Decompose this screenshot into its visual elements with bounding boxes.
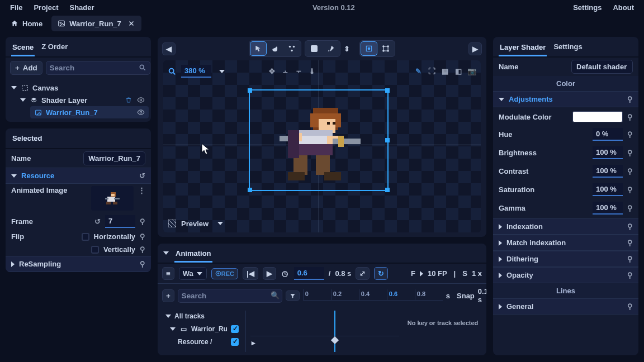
modulate-swatch[interactable] [572,111,623,122]
general-section[interactable]: General [506,302,533,311]
saturation-value[interactable]: 100 % [593,183,623,196]
checker-icon[interactable]: ◧ [454,67,463,76]
trash-icon[interactable] [124,96,133,104]
close-icon[interactable] [127,19,136,28]
tree-sprite[interactable]: Warrior_Run_7 [30,106,149,118]
time-current[interactable]: 0.6 [294,267,324,280]
menu-about[interactable]: About [607,1,640,14]
nav-next-button[interactable]: ▶ [468,42,482,55]
zorder-tab[interactable]: Z Order [40,40,69,53]
name-value[interactable]: Warrior_Run_7 [83,151,145,165]
key-icon[interactable]: ⚲ [140,217,145,226]
select-tool[interactable] [250,42,266,55]
flip-h-checkbox[interactable] [82,233,89,241]
eye-icon[interactable] [136,96,145,104]
chevron-right-icon[interactable] [420,271,423,277]
brush-tool[interactable] [323,42,339,55]
key-icon[interactable]: ⚲ [627,271,633,279]
camera-icon[interactable]: 📷 [467,67,476,76]
pan-tool[interactable] [267,42,283,55]
hue-value[interactable]: 0 % [593,128,623,141]
key-icon[interactable]: ⚲ [140,260,145,268]
add-button[interactable]: +Add [10,61,42,75]
chevron-right-icon[interactable] [499,304,502,309]
loop-button[interactable]: ↻ [374,267,388,280]
contrast-value[interactable]: 100 % [593,165,623,178]
menu-file[interactable]: File [4,1,28,14]
nav-prev-button[interactable]: ◀ [162,42,176,55]
track-2-toggle[interactable] [231,338,239,346]
resource-thumbnail[interactable] [91,186,134,211]
clip-select[interactable]: Wa [179,267,207,280]
track-filter-button[interactable] [286,290,300,301]
snap-value[interactable]: 0.1 s [478,287,486,304]
track-search-input[interactable] [178,289,282,303]
key-icon[interactable]: ⚲ [140,232,145,241]
viewport[interactable]: 380 % ✥ ⫠ ⫟ 🌡 ✎ ⛶ ▦ ◧ 📷 [163,60,481,232]
scale-value[interactable]: 1 x [472,269,482,278]
nodes-tool[interactable] [284,42,300,55]
key-icon[interactable]: ⚲ [140,245,145,254]
stop-tool[interactable] [306,42,322,55]
tab-home[interactable]: Home [4,16,48,31]
zoom-icon[interactable] [168,67,177,76]
key-icon[interactable]: ⚲ [627,185,633,194]
scene-tab[interactable]: Scene [11,41,35,56]
resampling-section[interactable]: ReSampling [19,260,61,268]
crop-icon[interactable]: ⛶ [427,67,436,76]
chevron-down-icon[interactable] [219,70,225,73]
chevron-right-icon[interactable] [499,224,502,230]
expand-button[interactable]: ⤢ [356,267,370,280]
align-top-icon[interactable]: ⫟ [294,67,303,76]
menu-project[interactable]: Project [28,1,64,14]
grid-icon[interactable]: ▦ [441,67,449,76]
eye-icon[interactable] [136,108,145,117]
key-icon[interactable]: ⚲ [627,302,633,311]
fps-value[interactable]: 10 FP [428,269,447,278]
record-button[interactable]: ⦿REC [211,268,238,279]
reset-icon[interactable]: ↺ [139,172,145,180]
key-icon[interactable]: ⚲ [627,167,633,175]
center-icon[interactable]: ✥ [267,67,276,76]
align-left-icon[interactable]: ⫠ [281,67,290,76]
scene-search-input[interactable] [46,61,150,75]
frame-value[interactable]: 7 [105,215,135,228]
play-button[interactable]: ▶ [263,267,276,280]
misc-tool-1[interactable]: ⇕ [344,45,356,53]
chevron-right-icon[interactable] [499,240,502,246]
chevron-down-icon[interactable] [11,174,17,178]
chevron-right-icon[interactable] [11,261,15,267]
reset-icon[interactable]: ↺ [94,217,101,226]
dithering-section[interactable]: Dithering [506,255,538,263]
menu-shader[interactable]: Shader [64,1,100,14]
key-icon[interactable]: ⚲ [627,222,633,231]
track-all[interactable]: All tracks [162,311,242,322]
track-1-toggle[interactable] [231,325,239,333]
magic-icon[interactable]: ✎ [414,67,423,76]
bounds-tool[interactable] [361,42,377,55]
thermometer-icon[interactable]: 🌡 [307,67,316,76]
shader-settings-tab[interactable]: Settings [552,40,583,53]
transform-tool[interactable] [378,42,394,55]
key-icon[interactable]: ⚲ [627,255,633,263]
key-icon[interactable]: ⚲ [627,149,633,157]
shader-name-value[interactable]: Default shader [571,60,633,74]
anim-menu-button[interactable]: ≡ [162,267,174,280]
key-icon[interactable]: ⚲ [627,113,633,121]
key-icon[interactable]: ⚲ [627,95,633,103]
track-1[interactable]: ▭Warrior_Ru [162,323,242,335]
chevron-down-icon[interactable] [499,98,504,101]
key-icon[interactable]: ⚲ [627,130,633,139]
tab-active[interactable]: Warrior_Run_7 [51,16,141,31]
indexation-section[interactable]: Indexation [506,222,543,231]
opacity-section[interactable]: Opacity [506,271,533,279]
add-track-button[interactable]: + [162,289,174,302]
key-icon[interactable]: ⚲ [627,204,633,212]
layer-shader-tab[interactable]: Layer Shader [499,41,547,56]
zoom-value[interactable]: 380 % [181,65,211,78]
adjustments-section[interactable]: Adjustments [509,95,553,103]
keyframe[interactable] [331,336,339,344]
tree-shader-layer[interactable]: Shader Layer [8,94,149,106]
key-icon[interactable]: ⚲ [627,239,633,247]
flip-v-checkbox[interactable] [91,246,99,254]
